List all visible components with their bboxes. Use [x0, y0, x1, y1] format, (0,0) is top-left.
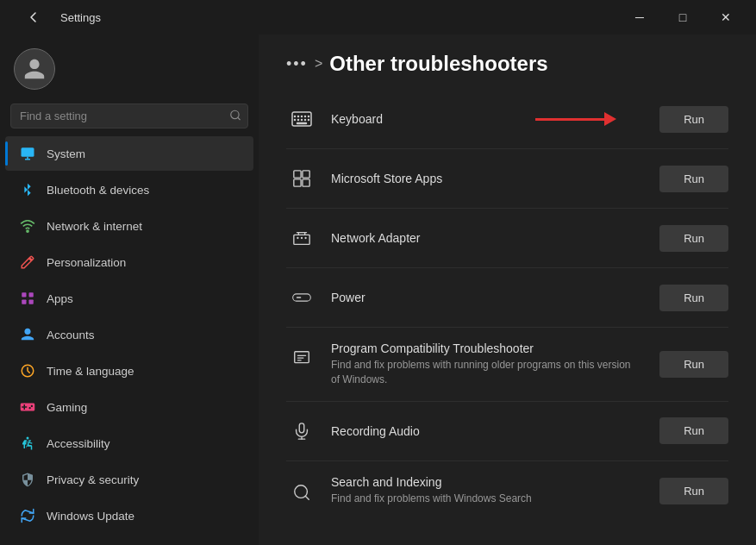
sidebar-item-apps[interactable]: Apps — [5, 281, 253, 316]
sidebar-label-time: Time & language — [47, 365, 134, 378]
power-icon — [286, 282, 317, 313]
gaming-icon — [19, 398, 36, 416]
svg-point-10 — [27, 437, 29, 440]
sidebar-item-update[interactable]: Windows Update — [5, 498, 253, 533]
ts-name-power: Power — [331, 291, 366, 304]
ts-item-left: Program Compatibility Troubleshooter Fin… — [286, 341, 641, 387]
sidebar-item-time[interactable]: Time & language — [5, 354, 253, 388]
ts-item-left: Network Adapter — [286, 222, 421, 254]
title-bar-left: Settings — [14, 3, 101, 31]
keyboard-icon — [286, 103, 317, 135]
svg-rect-1 — [22, 147, 34, 157]
sidebar-item-privacy[interactable]: Privacy & security — [5, 462, 253, 497]
run-button-compat[interactable]: Run — [659, 351, 728, 378]
ts-name-search: Search and Indexing — [331, 475, 532, 489]
search-input[interactable] — [10, 103, 248, 128]
svg-point-4 — [27, 230, 28, 232]
svg-rect-26 — [303, 179, 309, 186]
svg-rect-24 — [303, 171, 309, 178]
apps-icon — [19, 290, 36, 307]
time-icon — [19, 362, 36, 379]
ts-item-left: Search and Indexing Find and fix problem… — [286, 475, 532, 508]
svg-rect-34 — [293, 294, 311, 301]
breadcrumb-dots: ••• — [286, 55, 308, 73]
sidebar-profile — [0, 34, 259, 100]
ts-name-audio: Recording Audio — [331, 424, 420, 438]
red-arrow-indicator — [535, 112, 616, 126]
sidebar-item-accounts[interactable]: Accounts — [5, 317, 253, 352]
ts-name-compat: Program Compatibility Troubleshooter — [331, 341, 641, 355]
privacy-icon — [19, 471, 36, 488]
run-button-power[interactable]: Run — [659, 285, 728, 311]
ts-info-network: Network Adapter — [331, 231, 421, 245]
sidebar-label-accounts: Accounts — [47, 329, 95, 341]
bluetooth-icon — [19, 181, 36, 198]
sidebar-item-accessibility[interactable]: Accessibility — [5, 426, 253, 460]
svg-rect-23 — [294, 171, 301, 178]
sidebar: System Bluetooth & devices Network & int… — [0, 34, 259, 545]
window-title: Settings — [60, 11, 101, 24]
network-icon — [19, 217, 36, 235]
back-button[interactable] — [14, 3, 53, 31]
arrow-line — [535, 118, 604, 121]
svg-rect-7 — [22, 300, 26, 304]
run-button-audio[interactable]: Run — [659, 417, 728, 444]
svg-rect-8 — [29, 300, 34, 304]
maximize-button[interactable]: □ — [663, 3, 703, 31]
ts-desc-search: Find and fix problems with Windows Searc… — [331, 492, 532, 506]
run-button-keyboard[interactable]: Run — [659, 106, 728, 133]
sidebar-label-system: System — [47, 147, 85, 160]
sidebar-item-personalization[interactable]: Personalization — [5, 245, 253, 279]
search-box — [10, 103, 248, 128]
accounts-icon — [19, 326, 36, 343]
ts-info-search: Search and Indexing Find and fix problem… — [331, 475, 532, 506]
ts-name-keyboard: Keyboard — [331, 112, 383, 126]
run-button-ms-store[interactable]: Run — [659, 166, 728, 192]
personalization-icon — [19, 254, 36, 271]
content-header: ••• > Other troubleshooters — [259, 34, 756, 90]
ts-info-keyboard: Keyboard — [331, 112, 383, 126]
svg-rect-36 — [295, 352, 309, 363]
sidebar-label-update: Windows Update — [47, 510, 134, 523]
troubleshooter-item-network: Network Adapter Run — [286, 209, 728, 268]
ts-info-power: Power — [331, 291, 366, 304]
ts-item-left: Recording Audio — [286, 416, 420, 447]
sidebar-label-apps: Apps — [47, 292, 73, 305]
sidebar-label-bluetooth: Bluetooth & devices — [47, 184, 149, 197]
ts-item-left: Power — [286, 282, 366, 313]
sidebar-item-bluetooth[interactable]: Bluetooth & devices — [5, 172, 253, 207]
breadcrumb-arrow: > — [315, 56, 322, 72]
close-button[interactable]: ✕ — [706, 3, 746, 31]
sidebar-label-accessibility: Accessibility — [47, 437, 110, 450]
ts-info-ms-store: Microsoft Store Apps — [331, 172, 442, 185]
network-adapter-icon — [286, 222, 317, 254]
sidebar-item-gaming[interactable]: Gaming — [5, 390, 253, 424]
ts-name-network: Network Adapter — [331, 231, 421, 245]
svg-rect-40 — [299, 423, 304, 432]
search-icon — [229, 109, 241, 123]
ts-desc-compat: Find and fix problems with running older… — [331, 358, 641, 387]
update-icon — [19, 507, 36, 524]
troubleshooter-item-ms-store: Microsoft Store Apps Run — [286, 149, 728, 209]
sidebar-item-network[interactable]: Network & internet — [5, 209, 253, 243]
troubleshooter-item-power: Power Run — [286, 268, 728, 328]
svg-rect-6 — [29, 292, 34, 297]
troubleshooter-item-audio: Recording Audio Run — [286, 402, 728, 461]
svg-rect-25 — [294, 179, 301, 186]
ts-item-left: Keyboard — [286, 103, 383, 135]
svg-rect-27 — [294, 235, 309, 244]
sidebar-item-system[interactable]: System — [5, 136, 253, 171]
audio-icon — [286, 416, 317, 447]
ts-info-audio: Recording Audio — [331, 424, 420, 438]
avatar[interactable] — [14, 48, 55, 90]
minimize-button[interactable]: ─ — [620, 3, 659, 31]
main-layout: System Bluetooth & devices Network & int… — [0, 34, 756, 545]
search-indexing-icon — [286, 477, 317, 508]
run-button-network[interactable]: Run — [659, 225, 728, 252]
accessibility-icon — [19, 435, 36, 452]
ms-store-icon — [286, 163, 317, 194]
page-title: Other troubleshooters — [329, 52, 547, 76]
compat-icon — [286, 343, 317, 374]
content-area: ••• > Other troubleshooters — [259, 34, 756, 545]
run-button-search[interactable]: Run — [659, 478, 728, 504]
